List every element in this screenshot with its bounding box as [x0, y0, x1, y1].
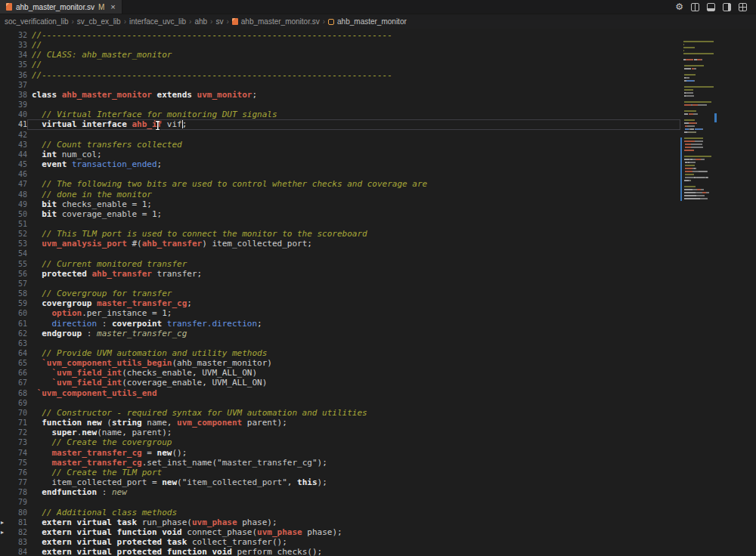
code-line[interactable]: 78 endfunction : new — [0, 487, 680, 497]
minimap-line — [683, 134, 714, 136]
code-line[interactable]: 55 // Current monitored transfer — [0, 259, 680, 269]
code-line[interactable]: 39 — [0, 100, 680, 110]
line-number: 33 — [0, 40, 27, 50]
code-line[interactable]: 62 endgroup : master_transfer_cg — [0, 329, 680, 338]
breadcrumb-item[interactable]: sv — [215, 17, 223, 26]
code-line[interactable]: 64 // Provide UVM automation and utility… — [0, 348, 680, 358]
breadcrumb: soc_verification_lib›sv_cb_ex_lib›interf… — [0, 14, 756, 29]
chevron-right-icon: › — [124, 17, 126, 26]
code-line[interactable]: 51 — [0, 219, 680, 229]
code-line[interactable]: 36//------------------------------------… — [0, 70, 680, 80]
code-line[interactable]: 65 `uvm_component_utils_begin(ahb_master… — [0, 358, 680, 368]
code-line-content: // Covergroup for transfer — [27, 289, 680, 298]
code-line[interactable]: 58 // Covergroup for transfer — [0, 289, 680, 298]
line-number: 81 — [0, 517, 27, 527]
code-editor[interactable]: 32//------------------------------------… — [0, 29, 756, 556]
code-line[interactable]: 48 // done in the monitor — [0, 190, 680, 199]
code-line[interactable]: 71 function new (string name, uvm_compon… — [0, 418, 680, 428]
code-line[interactable]: 52 // This TLM port is used to connect t… — [0, 229, 680, 239]
breadcrumb-item[interactable]: sv_cb_ex_lib — [77, 17, 121, 26]
toggle-panel-icon[interactable] — [707, 3, 715, 11]
code-line[interactable]: 73 // Create the covergroup — [0, 437, 680, 447]
breadcrumb-item[interactable]: interface_uvc_lib — [129, 17, 186, 26]
code-line-content — [27, 497, 680, 507]
tab-ahb-master-monitor[interactable]: ahb_master_monitor.sv M × — [0, 0, 122, 14]
code-line[interactable]: 49 bit checks_enable = 1; — [0, 199, 680, 209]
customize-layout-icon[interactable] — [739, 3, 747, 11]
code-line[interactable]: 50 bit coverage_enable = 1; — [0, 209, 680, 219]
minimap-line — [683, 144, 714, 145]
minimap-line — [683, 56, 714, 57]
code-line[interactable]: 53 uvm_analysis_port #(ahb_transfer) ite… — [0, 239, 680, 249]
code-line[interactable]: 67 `uvm_field_int(coverage_enable, UVM_A… — [0, 378, 680, 388]
minimap-line — [683, 122, 714, 124]
close-tab-icon[interactable]: × — [110, 2, 115, 11]
code-line[interactable]: 72 super.new(name, parent); — [0, 428, 680, 437]
split-editor-icon[interactable] — [691, 3, 699, 11]
code-line[interactable]: 54 — [0, 249, 680, 258]
code-line[interactable]: 42 — [0, 130, 680, 140]
code-line[interactable]: 33// — [0, 40, 680, 50]
code-line[interactable]: 82 extern virtual function void connect_… — [0, 527, 680, 537]
line-number: 63 — [0, 338, 27, 348]
code-line[interactable]: 35// — [0, 60, 680, 70]
minimap[interactable] — [680, 30, 714, 556]
code-line[interactable]: 56 protected ahb_transfer transfer; — [0, 269, 680, 279]
code-line[interactable]: 68 `uvm_component_utils_end — [0, 388, 680, 398]
code-line-content: class ahb_master_monitor extends uvm_mon… — [27, 90, 680, 100]
code-line[interactable]: 46 — [0, 169, 680, 179]
line-number: 75 — [0, 458, 27, 468]
code-line-content: master_transfer_cg = new(); — [27, 448, 680, 458]
line-number: 67 — [0, 378, 27, 388]
minimap-line — [683, 150, 714, 151]
code-line[interactable]: 40 // Virtual Interface for monitoring D… — [0, 110, 680, 119]
code-line[interactable]: 32//------------------------------------… — [0, 30, 680, 40]
code-line-content: `uvm_field_int(checks_enable, UVM_ALL_ON… — [27, 368, 680, 378]
minimap-line — [683, 119, 714, 121]
code-line[interactable]: 34// CLASS: ahb_master_monitor — [0, 50, 680, 60]
code-line[interactable]: 60 option.per_instance = 1; — [0, 308, 680, 318]
code-line[interactable]: 45 event transaction_ended; — [0, 159, 680, 169]
breadcrumb-symbol[interactable]: ahb_master_monitor — [337, 17, 407, 26]
minimap-line — [683, 92, 714, 94]
breadcrumb-item[interactable]: ahb — [194, 17, 207, 26]
code-line[interactable]: 57 — [0, 279, 680, 289]
code-line[interactable]: 59 covergroup master_transfer_cg; — [0, 298, 680, 308]
code-line[interactable]: 79 — [0, 497, 680, 507]
line-number: 39 — [0, 100, 27, 110]
code-line[interactable]: 37 — [0, 80, 680, 90]
minimap-line — [683, 198, 714, 199]
code-line[interactable]: 84 extern virtual protected function voi… — [0, 547, 680, 556]
code-line[interactable]: 70 // Constructor - required syntax for … — [0, 408, 680, 418]
code-line[interactable]: 66 `uvm_field_int(checks_enable, UVM_ALL… — [0, 368, 680, 378]
code-line[interactable]: 75 master_transfer_cg.set_inst_name("mas… — [0, 458, 680, 468]
code-line-content — [27, 219, 680, 229]
line-number: 46 — [0, 169, 27, 179]
breadcrumb-item[interactable]: soc_verification_lib — [5, 17, 69, 26]
code-line[interactable]: 38class ahb_master_monitor extends uvm_m… — [0, 90, 680, 100]
text-caret — [182, 120, 184, 128]
code-line[interactable]: 47 // The following two bits are used to… — [0, 179, 680, 189]
toggle-panel-icon — [707, 3, 715, 11]
minimap-line — [683, 168, 714, 169]
code-line[interactable]: 81 extern virtual task run_phase(uvm_pha… — [0, 517, 680, 527]
code-line[interactable]: 74 master_transfer_cg = new(); — [0, 448, 680, 458]
gutter-marker-icon[interactable]: ▸ — [1, 517, 4, 527]
code-line[interactable]: 77 item_collected_port = new("item_colle… — [0, 477, 680, 487]
code-line-content: // Provide UVM automation and utility me… — [27, 348, 680, 358]
code-line[interactable]: 61 direction : coverpoint transfer.direc… — [0, 319, 680, 329]
code-line[interactable]: 41 virtual interface ahb_if vif; — [0, 119, 680, 129]
settings-gear-icon[interactable]: ⚙ — [675, 2, 683, 11]
code-line[interactable]: 43 // Count transfers collected — [0, 140, 680, 150]
code-line[interactable]: 76 // Create the TLM port — [0, 468, 680, 477]
toggle-secondary-sidebar-icon[interactable] — [723, 3, 731, 11]
breadcrumb-file[interactable]: ahb_master_monitor.sv — [241, 17, 320, 26]
code-line[interactable]: 69 — [0, 398, 680, 408]
code-line[interactable]: 44 int num_col; — [0, 150, 680, 159]
line-number: 56 — [0, 269, 27, 279]
minimap-line — [683, 125, 714, 127]
code-line[interactable]: 83 extern virtual protected task collect… — [0, 537, 680, 547]
gutter-marker-icon[interactable]: ▸ — [1, 527, 4, 537]
code-line[interactable]: 80 // Additional class methods — [0, 508, 680, 517]
code-line[interactable]: 63 — [0, 338, 680, 348]
